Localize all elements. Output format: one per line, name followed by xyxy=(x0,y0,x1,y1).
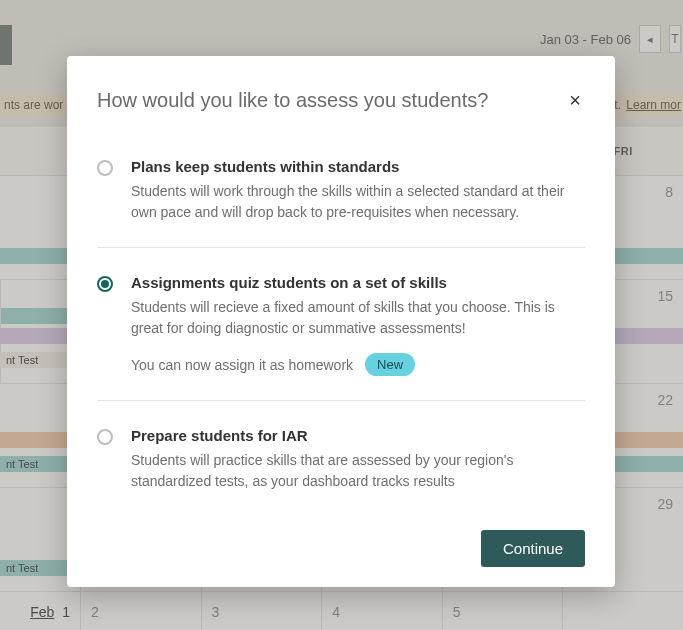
option-plans[interactable]: Plans keep students within standards Stu… xyxy=(97,132,585,247)
radio-icon[interactable] xyxy=(97,276,113,292)
option-title: Plans keep students within standards xyxy=(131,158,585,175)
option-extra-text: You can now assign it as homework xyxy=(131,357,353,373)
option-assignments[interactable]: Assignments quiz students on a set of sk… xyxy=(97,247,585,400)
assessment-modal: How would you like to assess you student… xyxy=(67,56,615,587)
option-title: Prepare students for IAR xyxy=(131,427,585,444)
radio-icon[interactable] xyxy=(97,160,113,176)
option-description: Students will work through the skills wi… xyxy=(131,181,585,223)
option-title: Assignments quiz students on a set of sk… xyxy=(131,274,585,291)
new-badge: New xyxy=(365,353,415,376)
close-icon[interactable]: × xyxy=(565,86,585,114)
radio-icon[interactable] xyxy=(97,429,113,445)
option-description: Students will recieve a fixed amount of … xyxy=(131,297,585,339)
option-iar[interactable]: Prepare students for IAR Students will p… xyxy=(97,400,585,516)
option-description: Students will practice skills that are a… xyxy=(131,450,585,492)
continue-button[interactable]: Continue xyxy=(481,530,585,567)
modal-title: How would you like to assess you student… xyxy=(97,89,488,112)
